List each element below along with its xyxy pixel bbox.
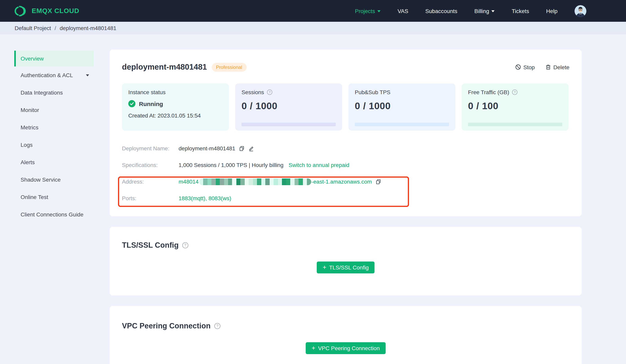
nav-billing[interactable]: Billing: [474, 8, 495, 14]
sidebar-item-label: Overview: [21, 55, 44, 62]
free-traffic-label: Free Traffic (GB): [468, 89, 509, 95]
edit-icon[interactable]: [248, 146, 254, 151]
deployment-name-row: Deployment Name: deployment-m4801481: [122, 145, 569, 152]
delete-label: Delete: [553, 64, 569, 70]
top-nav-items: Projects VAS Subaccounts Billing Tickets…: [355, 5, 587, 17]
user-avatar[interactable]: [575, 5, 587, 17]
sidebar-item-label: Monitor: [21, 107, 39, 113]
instance-status-label: Instance status: [128, 89, 223, 95]
stop-button[interactable]: Stop: [515, 64, 535, 70]
deployment-actions: Stop Delete: [515, 64, 569, 70]
emqx-logo-icon: [14, 5, 28, 16]
logo-text: EMQX CLOUD: [32, 7, 79, 15]
specifications-label: Specifications:: [122, 162, 179, 168]
tls-ssl-section-card: TLS/SSL Config ? + TLS/SSL Config: [110, 227, 582, 295]
emqx-logo[interactable]: EMQX CLOUD: [14, 5, 79, 16]
deployment-title: deployment-m4801481: [122, 63, 207, 72]
chevron-down-icon: [377, 10, 381, 12]
pubsub-tps-card: Pub&Sub TPS 0 / 1000: [349, 83, 455, 131]
nav-help-label: Help: [546, 8, 557, 14]
stop-icon: [515, 64, 521, 70]
nav-projects-label: Projects: [355, 8, 375, 14]
nav-billing-label: Billing: [474, 8, 489, 14]
sidebar-item-label: Logs: [21, 142, 33, 148]
switch-annual-prepaid-link[interactable]: Switch to annual prepaid: [289, 162, 350, 168]
avatar-illustration: [575, 5, 587, 17]
breadcrumb-project[interactable]: Default Project: [15, 25, 51, 31]
sidebar-item-label: Client Connections Guide: [21, 211, 83, 218]
created-at-text: Created At: 2023.01.05 15:54: [128, 112, 223, 119]
address-redaction: [199, 178, 311, 185]
sidebar-item-label: Alerts: [21, 159, 35, 165]
nav-subaccounts[interactable]: Subaccounts: [425, 8, 457, 14]
ports-row: Ports: 1883(mqtt), 8083(ws): [122, 194, 569, 202]
nav-tickets[interactable]: Tickets: [512, 8, 529, 14]
svg-text:?: ?: [216, 324, 218, 328]
stop-label: Stop: [523, 64, 535, 70]
breadcrumb-current: deployment-m4801481: [60, 25, 116, 31]
sessions-card: Sessions ? 0 / 1000: [235, 83, 342, 131]
tls-ssl-title: TLS/SSL Config: [122, 241, 179, 250]
vpc-peering-section-card: VPC Peering Connection ? + VPC Peering C…: [110, 306, 582, 364]
pubsub-tps-label: Pub&Sub TPS: [355, 89, 391, 95]
sidebar-item-label: Shadow Service: [21, 177, 61, 183]
sessions-progress-bar: [241, 123, 336, 126]
nav-projects[interactable]: Projects: [355, 8, 381, 14]
trash-icon: [545, 64, 551, 70]
help-icon[interactable]: ?: [214, 323, 221, 329]
add-vpc-peering-button[interactable]: + VPC Peering Connection: [306, 342, 386, 354]
address-label: Address:: [122, 179, 179, 185]
free-traffic-card: Free Traffic (GB) ? 0 / 100: [462, 83, 569, 131]
sidebar-item-authentication-acl[interactable]: Authentication & ACL: [14, 67, 94, 84]
help-icon[interactable]: ?: [182, 242, 189, 249]
plan-badge: Professional: [212, 63, 246, 72]
add-tls-ssl-config-button[interactable]: + TLS/SSL Config: [317, 261, 375, 273]
instance-status-value: Running: [128, 100, 223, 107]
sidebar-item-client-connections-guide[interactable]: Client Connections Guide: [14, 206, 94, 223]
deployment-title-row: deployment-m4801481 Professional Stop: [122, 63, 569, 72]
specifications-value: 1,000 Sessions / 1,000 TPS | Hourly bill…: [179, 162, 283, 168]
address-row: Address: m48014-east-1.amazonaws.com: [122, 178, 569, 185]
svg-text:?: ?: [514, 90, 515, 94]
sidebar-item-label: Online Test: [21, 194, 48, 200]
address-prefix: m48014: [179, 179, 198, 185]
top-nav-bar: EMQX CLOUD Projects VAS Subaccounts Bill…: [0, 0, 626, 22]
free-traffic-value: 0 / 100: [468, 101, 562, 111]
page: EMQX CLOUD Projects VAS Subaccounts Bill…: [0, 0, 626, 364]
nav-subaccounts-label: Subaccounts: [425, 8, 457, 14]
copy-icon[interactable]: [239, 146, 245, 151]
help-icon[interactable]: ?: [512, 89, 517, 95]
chevron-down-icon: [86, 74, 89, 76]
ports-value: 1883(mqtt), 8083(ws): [179, 195, 231, 201]
pubsub-tps-value: 0 / 1000: [355, 101, 449, 111]
delete-button[interactable]: Delete: [545, 64, 569, 70]
instance-status-card: Instance status Running Created At: 2023…: [122, 83, 229, 131]
svg-text:?: ?: [269, 90, 271, 94]
sidebar-item-metrics[interactable]: Metrics: [14, 119, 94, 136]
help-icon[interactable]: ?: [267, 89, 273, 95]
nav-vas[interactable]: VAS: [397, 8, 408, 14]
add-tls-ssl-config-label: TLS/SSL Config: [329, 264, 369, 271]
specifications-row: Specifications: 1,000 Sessions / 1,000 T…: [122, 161, 569, 169]
sidebar-item-logs[interactable]: Logs: [14, 136, 94, 153]
sidebar-item-label: Data Integrations: [21, 89, 63, 96]
deployment-overview-card: deployment-m4801481 Professional Stop: [110, 49, 582, 217]
svg-text:?: ?: [184, 243, 187, 247]
sidebar-item-overview[interactable]: Overview: [14, 51, 94, 67]
sessions-value: 0 / 1000: [241, 101, 336, 111]
plus-icon: +: [312, 345, 315, 351]
sidebar-item-alerts[interactable]: Alerts: [14, 153, 94, 171]
address-value: m48014-east-1.amazonaws.com: [179, 178, 372, 185]
sidebar-item-label: Authentication & ACL: [21, 72, 73, 78]
sidebar-item-online-test[interactable]: Online Test: [14, 188, 94, 206]
add-vpc-peering-label: VPC Peering Connection: [318, 345, 380, 351]
nav-vas-label: VAS: [397, 8, 408, 14]
free-traffic-progress-bar: [468, 123, 562, 126]
sidebar-item-data-integrations[interactable]: Data Integrations: [14, 84, 94, 101]
sidebar-item-monitor[interactable]: Monitor: [14, 101, 94, 119]
nav-help[interactable]: Help: [546, 8, 557, 14]
stat-cards-row: Instance status Running Created At: 2023…: [122, 83, 569, 131]
plus-icon: +: [323, 264, 326, 271]
sidebar-item-shadow-service[interactable]: Shadow Service: [14, 171, 94, 188]
copy-icon[interactable]: [375, 179, 381, 184]
